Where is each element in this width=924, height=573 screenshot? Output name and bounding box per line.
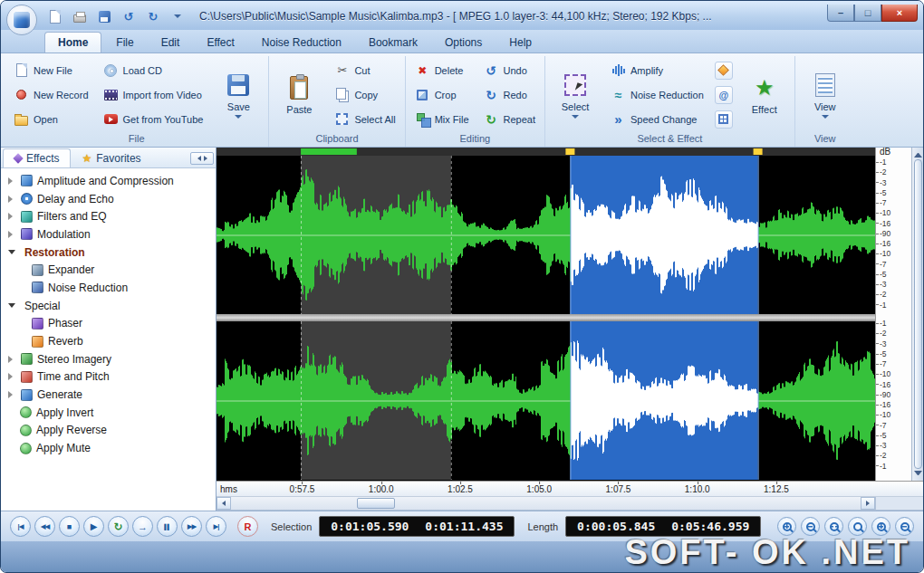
record-button[interactable]: R bbox=[237, 516, 258, 537]
paste-button[interactable]: Paste bbox=[274, 58, 323, 131]
tab-file[interactable]: File bbox=[103, 33, 146, 53]
open-button[interactable]: Open bbox=[10, 110, 92, 128]
quick-undo-button[interactable]: ↺ bbox=[120, 8, 138, 24]
scroll-right-button[interactable] bbox=[861, 497, 875, 510]
redo-button[interactable]: ↻Redo bbox=[480, 86, 539, 103]
quick-access-dropdown-button[interactable] bbox=[168, 8, 187, 24]
stop-button[interactable]: ■ bbox=[59, 516, 80, 537]
vertical-scrollbar[interactable] bbox=[911, 148, 923, 481]
tree-item-delay-and-echo[interactable]: Delay and Echo bbox=[5, 190, 216, 208]
timeline-ruler[interactable]: hms 0:57.51:00.01:02.51:05.01:07.51:10.0… bbox=[217, 481, 923, 497]
expand-arrow-icon[interactable] bbox=[8, 231, 13, 238]
crop-button[interactable]: Crop bbox=[411, 86, 473, 103]
close-button[interactable]: × bbox=[881, 5, 918, 22]
new-record-button[interactable]: New Record bbox=[10, 86, 92, 103]
new-file-button[interactable]: New File bbox=[10, 62, 92, 79]
app-menu-button[interactable] bbox=[6, 5, 37, 35]
effect-matrix-button[interactable] bbox=[715, 110, 733, 129]
select-all-button[interactable]: Select All bbox=[331, 110, 399, 128]
amplify-button[interactable]: Amplify bbox=[607, 62, 707, 79]
tree-item-apply-mute[interactable]: Apply Mute bbox=[5, 439, 216, 457]
tab-effect[interactable]: Effect bbox=[194, 33, 246, 53]
rewind-button[interactable]: ◀◀ bbox=[34, 516, 55, 537]
expand-arrow-icon[interactable] bbox=[8, 391, 13, 398]
category-icon bbox=[21, 193, 33, 205]
tab-edit[interactable]: Edit bbox=[149, 33, 193, 53]
tree-item-restoration[interactable]: Restoration bbox=[5, 244, 216, 262]
load-cd-button[interactable]: Load CD bbox=[100, 62, 207, 79]
tree-item-amplitude-and-compression[interactable]: Amplitude and Compression bbox=[5, 172, 216, 190]
expand-arrow-icon[interactable] bbox=[8, 356, 13, 363]
maximize-button[interactable]: □ bbox=[854, 5, 881, 22]
quick-new-button[interactable] bbox=[46, 8, 64, 24]
expand-arrow-icon[interactable] bbox=[8, 373, 13, 380]
tab-help[interactable]: Help bbox=[496, 33, 544, 53]
scroll-down-icon[interactable] bbox=[914, 471, 922, 479]
quick-save-button[interactable] bbox=[95, 8, 113, 24]
tab-noise-reduction[interactable]: Noise Reduction bbox=[249, 33, 354, 53]
collapse-arrow-icon[interactable] bbox=[8, 250, 15, 254]
sidebar-tab-effects[interactable]: Effects bbox=[3, 148, 71, 167]
sidebar-tab-favorites[interactable]: ★Favorites bbox=[71, 149, 151, 167]
speed-change-button[interactable]: »Speed Change bbox=[607, 110, 707, 128]
tree-item-noise-reduction[interactable]: Noise Reduction bbox=[5, 279, 216, 297]
new-file-icon bbox=[16, 63, 27, 77]
undo-button[interactable]: ↺Undo bbox=[480, 62, 539, 79]
tree-item-reverb[interactable]: Reverb bbox=[5, 332, 216, 350]
copy-button[interactable]: Copy bbox=[331, 86, 399, 103]
noise-reduction-button[interactable]: ≈Noise Reduction bbox=[607, 86, 707, 103]
tree-item-special[interactable]: Special bbox=[5, 297, 216, 315]
tree-item-phaser[interactable]: Phaser bbox=[5, 315, 216, 333]
select-button[interactable]: Select bbox=[551, 58, 600, 131]
tree-item-modulation[interactable]: Modulation bbox=[5, 225, 216, 244]
fast-forward-button[interactable]: ▶▶ bbox=[181, 516, 202, 537]
quick-print-button[interactable] bbox=[71, 8, 89, 24]
effect-wizard-button[interactable] bbox=[715, 62, 733, 80]
save-button[interactable]: Save bbox=[214, 58, 263, 131]
vertical-scroll-thumb[interactable] bbox=[914, 159, 922, 469]
view-button[interactable]: View bbox=[801, 58, 850, 131]
forward-button[interactable]: → bbox=[132, 516, 153, 537]
expand-arrow-icon[interactable] bbox=[8, 177, 13, 185]
effect-preset-button[interactable]: @ bbox=[715, 86, 733, 104]
cut-button[interactable]: ✂Cut bbox=[331, 62, 399, 79]
tab-bookmark[interactable]: Bookmark bbox=[356, 33, 430, 53]
tree-item-time-and-pitch[interactable]: Time and Pitch bbox=[5, 368, 216, 387]
sidebar-tab-scroller[interactable] bbox=[190, 152, 214, 165]
group-label-clipboard: Clipboard bbox=[274, 131, 399, 147]
play-button[interactable]: ▶ bbox=[83, 516, 104, 537]
scroll-up-icon[interactable] bbox=[914, 149, 922, 158]
tree-item-apply-invert[interactable]: Apply Invert bbox=[5, 404, 216, 422]
effect-icon bbox=[32, 282, 43, 293]
delete-button[interactable]: ✖Delete bbox=[411, 62, 473, 79]
minimize-button[interactable]: – bbox=[827, 5, 854, 22]
import-from-video-button[interactable]: Import from Video bbox=[100, 86, 207, 103]
tree-item-filters-and-eq[interactable]: Filters and EQ bbox=[5, 207, 216, 225]
tree-item-generate[interactable]: Generate bbox=[5, 386, 216, 404]
tree-item-apply-reverse[interactable]: Apply Reverse bbox=[5, 422, 216, 440]
timeline-tick-label: 1:10.0 bbox=[685, 484, 710, 494]
tab-home[interactable]: Home bbox=[44, 32, 101, 53]
stereo-waveform-canvas[interactable] bbox=[217, 148, 875, 481]
horizontal-scroll-track[interactable] bbox=[231, 497, 861, 510]
amplify-label: Amplify bbox=[630, 65, 663, 76]
expand-arrow-icon[interactable] bbox=[8, 213, 13, 220]
skip-end-button[interactable]: ▶| bbox=[206, 516, 226, 537]
tab-options[interactable]: Options bbox=[432, 33, 495, 53]
waveform-display[interactable] bbox=[217, 148, 875, 481]
effect-button[interactable]: ★ Effect bbox=[740, 58, 789, 131]
tree-item-expander[interactable]: Expander bbox=[5, 261, 216, 279]
loop-button[interactable]: ↻ bbox=[108, 516, 129, 537]
pause-button[interactable]: ▌▌ bbox=[157, 516, 178, 537]
get-from-youtube-button[interactable]: Get from YouTube bbox=[100, 110, 207, 128]
scroll-left-button[interactable] bbox=[217, 497, 231, 510]
repeat-button[interactable]: ↻Repeat bbox=[480, 110, 539, 128]
collapse-arrow-icon[interactable] bbox=[8, 303, 15, 308]
horizontal-scroll-thumb[interactable] bbox=[357, 498, 395, 509]
skip-start-button[interactable]: |◀ bbox=[10, 516, 31, 537]
horizontal-scrollbar[interactable] bbox=[217, 497, 923, 511]
mix-file-button[interactable]: Mix File bbox=[411, 110, 473, 128]
tree-item-stereo-imagery[interactable]: Stereo Imagery bbox=[5, 350, 216, 368]
quick-redo-button[interactable]: ↻ bbox=[144, 8, 162, 24]
expand-arrow-icon[interactable] bbox=[8, 196, 13, 203]
